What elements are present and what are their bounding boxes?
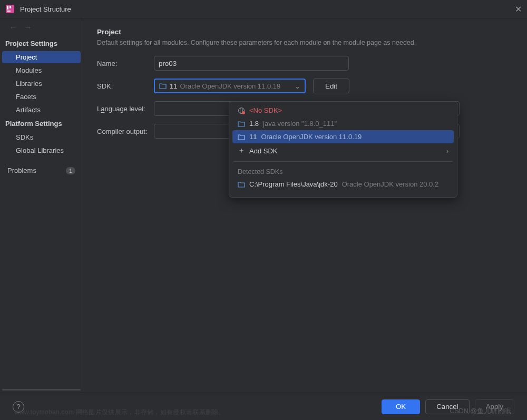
sidebar-item-label: SDKs bbox=[16, 133, 33, 141]
dropdown-divider bbox=[233, 161, 453, 162]
sidebar-item-project[interactable]: Project bbox=[2, 51, 81, 63]
compiler-output-label: Compiler output: bbox=[97, 128, 154, 135]
dropdown-item-secondary: Oracle OpenJDK version 20.0.2 bbox=[342, 180, 439, 188]
nav-arrows: ← → bbox=[0, 18, 83, 36]
sidebar-scroll-indicator bbox=[2, 389, 81, 390]
sidebar-item-label: Artifacts bbox=[16, 106, 41, 114]
sidebar-item-libraries[interactable]: Libraries bbox=[2, 77, 81, 90]
svg-rect-1 bbox=[7, 11, 11, 12]
sidebar-item-global-libraries[interactable]: Global Libraries bbox=[2, 144, 81, 157]
titlebar: Project Structure ✕ bbox=[0, 0, 527, 18]
folder-icon bbox=[159, 83, 167, 89]
help-icon[interactable]: ? bbox=[13, 401, 24, 413]
dropdown-item-secondary: Oracle OpenJDK version 11.0.19 bbox=[261, 133, 362, 141]
name-input[interactable] bbox=[154, 56, 349, 71]
svg-rect-2 bbox=[7, 6, 8, 9]
detected-sdks-label: Detected SDKs bbox=[232, 165, 454, 178]
page-title: Project bbox=[97, 28, 513, 36]
dropdown-no-sdk[interactable]: <No SDK> bbox=[232, 104, 454, 117]
problems-count-badge: 1 bbox=[66, 167, 75, 174]
sidebar-item-label: Facets bbox=[16, 93, 36, 101]
sdk-row: SDK: 11 Oracle OpenJDK version 11.0.19 ⌄… bbox=[97, 79, 513, 93]
apply-button[interactable]: Apply bbox=[475, 399, 514, 414]
footer: ? OK Cancel Apply bbox=[0, 393, 527, 420]
ok-button[interactable]: OK bbox=[382, 399, 420, 414]
close-icon[interactable]: ✕ bbox=[515, 4, 522, 14]
name-label: Name: bbox=[97, 60, 154, 67]
platform-settings-header: Platform Settings bbox=[0, 116, 83, 131]
sdk-select[interactable]: 11 Oracle OpenJDK version 11.0.19 ⌄ bbox=[154, 79, 306, 93]
globe-icon bbox=[238, 107, 245, 114]
sidebar-item-problems[interactable]: Problems 1 bbox=[2, 164, 81, 177]
chevron-right-icon: › bbox=[446, 147, 448, 155]
dropdown-item-label: C:\Program Files\Java\jdk-20 bbox=[249, 180, 338, 188]
edit-sdk-button[interactable]: Edit bbox=[313, 79, 349, 93]
sidebar-item-facets[interactable]: Facets bbox=[2, 91, 81, 103]
dropdown-item-label: <No SDK> bbox=[249, 106, 282, 114]
app-icon bbox=[5, 4, 15, 14]
dropdown-item-label: Add SDK bbox=[249, 147, 277, 155]
page-description: Default settings for all modules. Config… bbox=[97, 39, 513, 46]
dropdown-sdk-11[interactable]: 11 Oracle OpenJDK version 11.0.19 bbox=[232, 130, 454, 143]
sidebar-item-label: Modules bbox=[16, 66, 42, 74]
sidebar-item-label: Project bbox=[16, 53, 37, 61]
name-row: Name: bbox=[97, 56, 513, 71]
window-title: Project Structure bbox=[20, 5, 515, 13]
dropdown-detected-jdk20[interactable]: C:\Program Files\Java\jdk-20 Oracle Open… bbox=[232, 178, 454, 191]
dropdown-item-label: 1.8 bbox=[249, 120, 259, 128]
folder-icon bbox=[238, 134, 245, 140]
language-level-label: Language level: bbox=[97, 105, 154, 113]
sidebar-item-label: Global Libraries bbox=[16, 146, 64, 154]
sidebar-item-modules[interactable]: Modules bbox=[2, 64, 81, 76]
sidebar-item-artifacts[interactable]: Artifacts bbox=[2, 104, 81, 116]
sdk-secondary: Oracle OpenJDK version 11.0.19 bbox=[180, 82, 280, 90]
dropdown-sdk-1.8[interactable]: 1.8 java version "1.8.0_111" bbox=[232, 117, 454, 130]
sdk-dropdown: <No SDK> 1.8 java version "1.8.0_111" 11… bbox=[229, 101, 457, 198]
sdk-primary: 11 bbox=[170, 82, 177, 90]
folder-icon bbox=[238, 181, 245, 188]
sidebar-item-label: Problems bbox=[7, 167, 36, 174]
svg-point-6 bbox=[242, 111, 245, 114]
dropdown-add-sdk[interactable]: ＋ Add SDK › bbox=[232, 143, 454, 158]
sidebar-item-sdks[interactable]: SDKs bbox=[2, 131, 81, 143]
sidebar-item-label: Libraries bbox=[16, 80, 42, 87]
cancel-button[interactable]: Cancel bbox=[425, 399, 470, 414]
dropdown-item-secondary: java version "1.8.0_111" bbox=[263, 120, 337, 128]
main-panel: Project Default settings for all modules… bbox=[83, 18, 527, 393]
nav-forward-icon[interactable]: → bbox=[24, 23, 32, 32]
sdk-label: SDK: bbox=[97, 82, 154, 90]
project-settings-header: Project Settings bbox=[0, 36, 83, 51]
nav-back-icon[interactable]: ← bbox=[9, 23, 17, 32]
chevron-down-icon: ⌄ bbox=[295, 82, 300, 90]
plus-icon: ＋ bbox=[238, 146, 245, 155]
sidebar: ← → Project Settings Project Modules Lib… bbox=[0, 18, 83, 393]
folder-icon bbox=[238, 121, 245, 127]
dropdown-item-label: 11 bbox=[249, 133, 257, 141]
svg-rect-3 bbox=[9, 6, 11, 8]
